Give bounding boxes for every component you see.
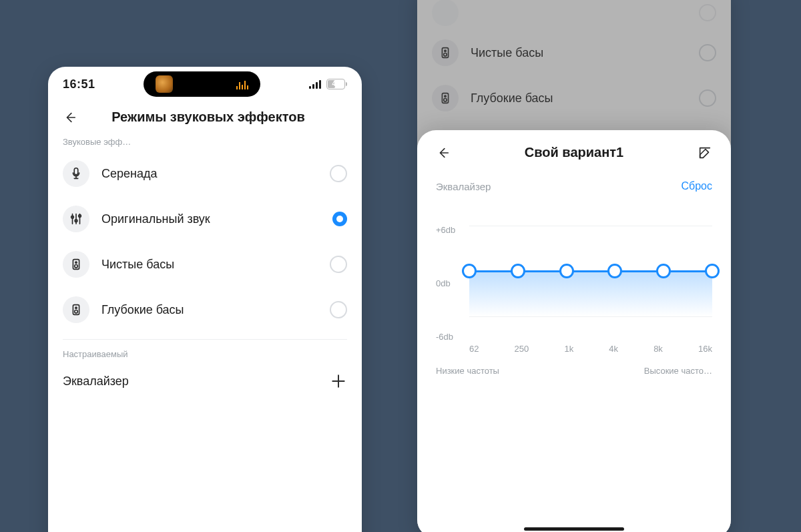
speaker-icon	[63, 296, 89, 323]
mode-item-original[interactable]: Оригинальный звук	[48, 196, 362, 242]
mode-item-deep-bass[interactable]: Глубокие басы	[48, 287, 362, 332]
svg-point-5	[75, 264, 78, 268]
status-bar: 16:51 43	[48, 71, 362, 97]
y-tick: +6db	[436, 224, 455, 234]
sheet-title: Свой вариант1	[460, 145, 688, 160]
mode-item-label: Оригинальный звук	[101, 212, 320, 226]
eq-plot-area	[469, 203, 712, 339]
freq-high-label: Высокие часто…	[644, 366, 712, 376]
mode-item-label: Серенада	[101, 167, 318, 181]
eq-handle[interactable]	[656, 264, 671, 278]
background-mode-list: Чистые басы Глубокие басы	[417, 0, 731, 121]
svg-point-7	[75, 307, 77, 308]
section-label-custom: Настраиваемый	[48, 346, 362, 363]
svg-point-8	[75, 310, 78, 313]
equalizer-row[interactable]: Эквалайзер	[48, 363, 362, 399]
plus-icon[interactable]	[330, 372, 347, 390]
y-tick: -6db	[436, 331, 453, 341]
page-header: Режимы звуковых эффектов	[48, 97, 362, 134]
battery-indicator: 43	[326, 79, 347, 89]
mode-item-serenade[interactable]: Серенада	[48, 151, 362, 196]
mic-icon	[63, 160, 89, 187]
home-indicator	[524, 527, 624, 531]
x-tick: 8k	[653, 344, 663, 354]
radio-on-icon[interactable]	[332, 212, 347, 226]
radio-off-icon	[699, 44, 716, 61]
mode-item-clean-bass[interactable]: Чистые басы	[48, 242, 362, 287]
eq-handle[interactable]	[511, 264, 525, 278]
section-label-effects: Звуковые эфф…	[48, 134, 362, 151]
eq-handle[interactable]	[462, 264, 477, 278]
svg-point-13	[445, 95, 446, 97]
bg-item-deep-bass: Глубокие басы	[417, 75, 731, 121]
y-tick: 0db	[436, 278, 451, 288]
speaker-icon	[432, 0, 459, 26]
eq-handle[interactable]	[705, 264, 720, 278]
bg-item	[417, 0, 731, 30]
x-tick: 1k	[564, 344, 573, 354]
radio-off-icon	[699, 89, 716, 107]
x-tick: 250	[515, 344, 529, 354]
status-time: 16:51	[63, 77, 95, 91]
bg-item-clean-bass: Чистые басы	[417, 30, 731, 75]
divider	[63, 339, 347, 340]
now-playing-art-icon	[156, 75, 173, 93]
svg-point-4	[75, 262, 77, 263]
cellular-signal-icon	[309, 79, 321, 89]
speaker-icon	[432, 39, 459, 66]
equalizer-sheet: Свой вариант1 Эквалайзер Сброс +6db 0db …	[417, 130, 731, 532]
phone-sound-modes: 16:51 43	[48, 67, 362, 532]
eq-label: Эквалайзер	[436, 181, 491, 192]
svg-point-11	[444, 53, 447, 56]
radio-off-icon[interactable]	[330, 256, 347, 273]
radio-off-icon[interactable]	[330, 165, 347, 182]
dynamic-island	[95, 71, 309, 97]
speaker-icon	[432, 85, 459, 111]
svg-point-10	[445, 50, 446, 51]
eq-line	[469, 270, 712, 272]
mode-item-label: Глубокие басы	[101, 303, 318, 317]
x-tick-row: 62 250 1k 4k 8k 16k	[469, 344, 712, 354]
equalizer-label: Эквалайзер	[63, 374, 330, 388]
bg-item-label: Глубокие басы	[471, 91, 687, 105]
phone-equalizer: Чистые басы Глубокие басы Свой вариант1	[417, 0, 731, 532]
x-tick: 4k	[609, 344, 618, 354]
speaker-icon	[63, 251, 89, 278]
bg-item-label: Чистые басы	[471, 46, 687, 60]
back-arrow-icon[interactable]	[436, 146, 451, 160]
svg-point-14	[444, 98, 447, 101]
edit-icon[interactable]	[698, 146, 712, 160]
radio-off-icon[interactable]	[330, 301, 347, 318]
sliders-icon	[63, 206, 89, 232]
mode-item-label: Чистые басы	[101, 258, 318, 272]
equalizer-chart: +6db 0db -6db 62 250 1k 4k 8k	[436, 203, 712, 363]
x-tick: 16k	[698, 344, 712, 354]
x-tick: 62	[469, 344, 479, 354]
radio-off-icon	[699, 4, 716, 21]
battery-percent: 43	[327, 80, 344, 88]
eq-handle[interactable]	[559, 264, 574, 278]
eq-handle[interactable]	[607, 264, 622, 278]
back-arrow-icon[interactable]	[63, 110, 77, 125]
eq-fill	[469, 271, 712, 316]
page-title: Режимы звуковых эффектов	[87, 109, 330, 125]
freq-low-label: Низкие частоты	[436, 366, 499, 376]
reset-button[interactable]: Сброс	[681, 180, 712, 192]
now-playing-eq-icon	[236, 79, 248, 89]
